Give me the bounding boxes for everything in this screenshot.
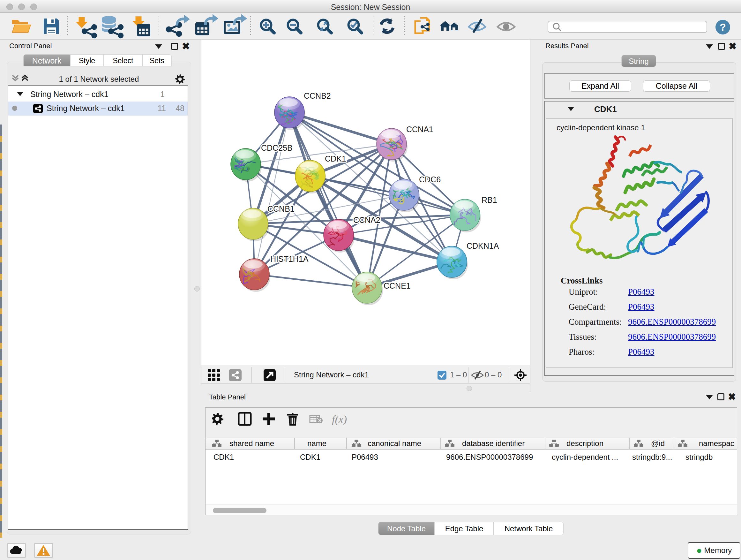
svg-text:CDK1: CDK1 — [325, 154, 346, 163]
svg-text:CDC6: CDC6 — [419, 175, 441, 184]
svg-text:namespac: namespac — [699, 439, 734, 448]
svg-text:name: name — [307, 439, 327, 448]
svg-text:CCNA2: CCNA2 — [353, 215, 381, 225]
svg-text:CCNB2: CCNB2 — [304, 91, 331, 100]
svg-text:stringdb:9...: stringdb:9... — [632, 453, 672, 461]
svg-text:description: description — [566, 439, 603, 448]
svg-text:canonical name: canonical name — [367, 439, 421, 448]
svg-text:cyclin-dependent ...: cyclin-dependent ... — [552, 453, 618, 461]
svg-text:database identifier: database identifier — [462, 439, 525, 448]
svg-text:P06493: P06493 — [352, 453, 378, 461]
svg-text:9606.ENSP00000378699: 9606.ENSP00000378699 — [446, 453, 533, 461]
svg-text:HIST1H1A: HIST1H1A — [270, 254, 309, 263]
svg-text:CDC25B: CDC25B — [261, 143, 293, 152]
svg-text:CCNE1: CCNE1 — [384, 281, 411, 290]
svg-text:RB1: RB1 — [482, 195, 497, 204]
svg-text:CCNB1: CCNB1 — [267, 204, 294, 213]
svg-text:f(x): f(x) — [332, 414, 347, 426]
svg-text:@id: @id — [651, 439, 665, 448]
svg-text:CDK1: CDK1 — [300, 453, 320, 461]
svg-text:CDK1: CDK1 — [213, 453, 234, 461]
svg-text:stringdb: stringdb — [685, 453, 713, 461]
svg-text:CCNA1: CCNA1 — [406, 125, 433, 134]
svg-text:CDKN1A: CDKN1A — [467, 241, 499, 250]
svg-text:shared name: shared name — [229, 439, 274, 448]
